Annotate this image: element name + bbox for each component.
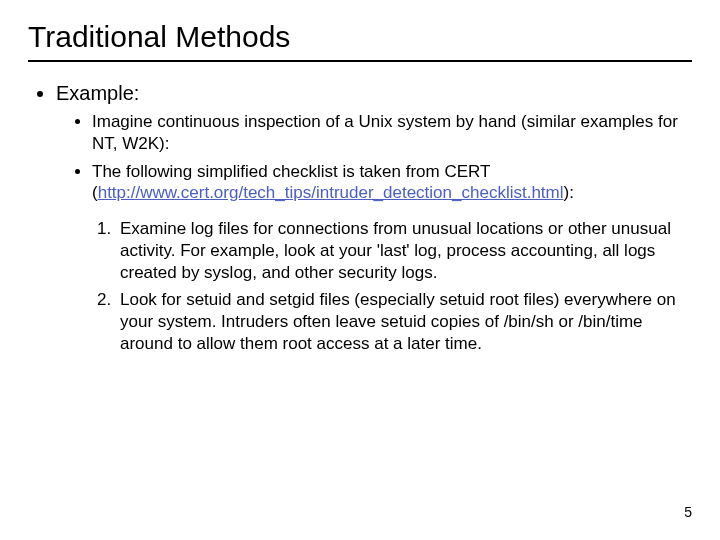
title-underline — [28, 60, 692, 62]
slide-title: Traditional Methods — [28, 20, 692, 54]
numbered-item-1: Examine log files for connections from u… — [116, 218, 692, 283]
outer-item-example: Example: Imagine continuous inspection o… — [56, 82, 692, 355]
cert-link[interactable]: http://www.cert.org/tech_tips/intruder_d… — [98, 183, 564, 202]
numbered-text-2: Look for setuid and setgid files (especi… — [120, 290, 676, 353]
inner-text-1: Imagine continuous inspection of a Unix … — [92, 112, 678, 153]
page-number: 5 — [684, 504, 692, 520]
outer-label: Example: — [56, 82, 139, 104]
outer-list: Example: Imagine continuous inspection o… — [28, 82, 692, 355]
numbered-list: Examine log files for connections from u… — [56, 218, 692, 355]
inner-list: Imagine continuous inspection of a Unix … — [56, 111, 692, 204]
link-close: ): — [564, 183, 574, 202]
numbered-text-1: Examine log files for connections from u… — [120, 219, 671, 282]
inner-item-2: The following simplified checklist is ta… — [92, 161, 692, 205]
inner-item-1: Imagine continuous inspection of a Unix … — [92, 111, 692, 155]
inner-text-2: The following simplified checklist is ta… — [92, 162, 490, 181]
numbered-item-2: Look for setuid and setgid files (especi… — [116, 289, 692, 354]
slide: Traditional Methods Example: Imagine con… — [0, 0, 720, 540]
